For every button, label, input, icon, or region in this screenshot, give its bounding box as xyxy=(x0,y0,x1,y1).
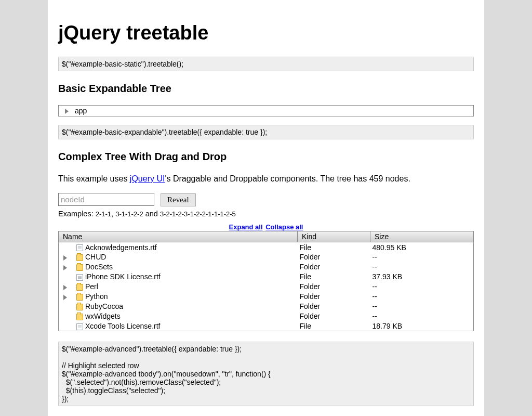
folder-icon xyxy=(76,254,83,261)
table-row[interactable]: wxWidgetsFolder-- xyxy=(59,311,474,321)
row-name: RubyCocoa xyxy=(85,302,123,310)
expand-all-link[interactable]: Expand all xyxy=(229,223,263,231)
column-header-size[interactable]: Size xyxy=(370,231,474,242)
row-name: Acknowledgements.rtf xyxy=(85,243,157,252)
folder-icon xyxy=(76,264,83,271)
row-name: CHUD xyxy=(85,253,106,261)
row-kind: File xyxy=(298,272,370,282)
row-size: -- xyxy=(370,311,474,321)
intro-prefix: This example uses xyxy=(58,174,130,183)
intro-paragraph: This example uses jQuery UI's Draggable … xyxy=(58,173,474,185)
expand-icon[interactable] xyxy=(61,253,69,261)
example-id: 3-2-1-2-3-1-2-2-1-1-1-2-5 xyxy=(160,210,236,218)
tree-node-label: app xyxy=(75,107,87,115)
folder-icon xyxy=(76,314,83,320)
row-name: Perl xyxy=(85,282,98,291)
heading-basic-expandable: Basic Expandable Tree xyxy=(58,83,474,95)
column-header-kind[interactable]: Kind xyxy=(298,231,370,242)
file-icon xyxy=(76,323,83,330)
file-icon xyxy=(76,244,83,251)
examples-label: Examples: xyxy=(58,210,96,218)
page-title: jQuery treetable xyxy=(58,0,474,57)
table-row[interactable]: PerlFolder-- xyxy=(59,282,474,292)
row-size: 37.93 KB xyxy=(370,272,474,282)
row-kind: File xyxy=(298,242,370,252)
row-size: -- xyxy=(370,252,474,262)
folder-icon xyxy=(76,304,83,310)
example-id: 2-1-1 xyxy=(96,210,111,218)
table-row[interactable]: PythonFolder-- xyxy=(59,292,474,302)
row-name: Xcode Tools License.rtf xyxy=(85,322,161,330)
row-size: 480.95 KB xyxy=(370,242,474,252)
tree-row[interactable]: app xyxy=(59,106,474,116)
row-kind: Folder xyxy=(298,311,370,321)
row-kind: Folder xyxy=(298,262,370,272)
expand-icon[interactable] xyxy=(61,282,69,291)
table-row[interactable]: DocSetsFolder-- xyxy=(59,262,474,272)
expand-icon[interactable] xyxy=(61,263,69,271)
row-name: DocSets xyxy=(85,263,113,271)
folder-icon xyxy=(76,284,83,291)
file-icon xyxy=(76,274,83,281)
complex-tree-table: Name Kind Size Acknowledgements.rtfFile4… xyxy=(58,231,474,331)
row-name: wxWidgets xyxy=(85,312,121,320)
row-kind: Folder xyxy=(298,292,370,302)
folder-icon xyxy=(76,294,83,301)
intro-suffix: 's Draggable and Droppable components. T… xyxy=(165,174,410,183)
row-name: Python xyxy=(85,292,108,301)
jquery-ui-link[interactable]: jQuery UI xyxy=(130,174,165,183)
row-size: 18.79 KB xyxy=(370,321,474,331)
row-kind: Folder xyxy=(298,302,370,311)
row-size: -- xyxy=(370,282,474,292)
row-kind: Folder xyxy=(298,282,370,292)
heading-complex: Complex Tree With Drag and Drop xyxy=(58,151,474,163)
column-header-name[interactable]: Name xyxy=(59,231,298,242)
row-kind: File xyxy=(298,321,370,331)
examples-and: and xyxy=(143,210,160,218)
table-row[interactable]: CHUDFolder-- xyxy=(59,252,474,262)
examples-line: Examples: 2-1-1, 3-1-1-2-2 and 3-2-1-2-3… xyxy=(58,210,474,218)
row-size: -- xyxy=(370,292,474,302)
table-row[interactable]: iPhone SDK License.rtfFile37.93 KB xyxy=(59,272,474,282)
example-id: 3-1-1-2-2 xyxy=(115,210,143,218)
reveal-button[interactable]: Reveal xyxy=(161,193,196,206)
collapse-all-link[interactable]: Collapse all xyxy=(265,223,303,231)
table-row[interactable]: Acknowledgements.rtfFile480.95 KB xyxy=(59,242,474,252)
table-row[interactable]: RubyCocoaFolder-- xyxy=(59,302,474,311)
basic-tree-table: app xyxy=(58,105,474,116)
code-block-advanced: $("#example-advanced").treetable({ expan… xyxy=(58,342,474,406)
nodeid-input[interactable] xyxy=(58,193,154,206)
row-size: -- xyxy=(370,302,474,311)
row-name: iPhone SDK License.rtf xyxy=(85,272,161,281)
expand-icon[interactable] xyxy=(65,109,69,114)
code-block-basic-static: $("#example-basic-static").treetable(); xyxy=(58,57,474,71)
expand-icon[interactable] xyxy=(61,292,69,301)
row-kind: Folder xyxy=(298,252,370,262)
row-size: -- xyxy=(370,262,474,272)
table-row[interactable]: Xcode Tools License.rtfFile18.79 KB xyxy=(59,321,474,331)
code-block-basic-expandable: $("#example-basic-expandable").treetable… xyxy=(58,125,474,139)
